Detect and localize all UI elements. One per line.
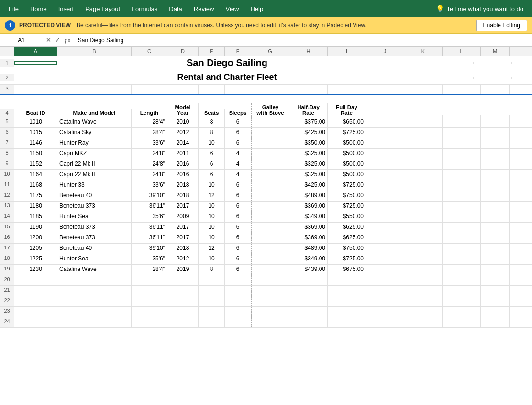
cancel-icon[interactable]: ✕ xyxy=(46,36,51,44)
cell-G14[interactable] xyxy=(251,212,289,222)
cell-G9[interactable] xyxy=(251,159,289,169)
cell-E4[interactable]: Seats xyxy=(199,109,225,117)
cell-E9[interactable]: 6 xyxy=(199,159,225,169)
confirm-icon[interactable]: ✓ xyxy=(55,36,60,44)
col-header-J[interactable]: J xyxy=(366,47,404,56)
cell-C5[interactable]: 28'4" xyxy=(132,117,167,127)
cell-B1-title[interactable]: San Diego Sailing xyxy=(57,56,397,69)
cell-B15[interactable]: Beneteau 373 xyxy=(57,223,132,233)
cell-F11[interactable]: 6 xyxy=(225,180,251,191)
cell-C8[interactable]: 24'8" xyxy=(132,149,167,159)
cell-C24[interactable] xyxy=(132,317,167,327)
cell-L17[interactable] xyxy=(443,244,481,254)
cell-M20[interactable] xyxy=(481,275,510,285)
cell-G24[interactable] xyxy=(251,317,289,327)
cell-D19[interactable]: 2019 xyxy=(167,265,199,275)
cell-A20[interactable] xyxy=(14,275,57,285)
cell-A11[interactable]: 1168 xyxy=(14,180,57,191)
cell-C14[interactable]: 35'6" xyxy=(132,212,167,222)
enable-editing-button[interactable]: Enable Editing xyxy=(476,20,527,31)
cell-C10[interactable]: 24'8" xyxy=(132,170,167,180)
cell-J19[interactable] xyxy=(366,265,404,275)
cell-G20[interactable] xyxy=(251,275,289,285)
cell-K5[interactable] xyxy=(404,117,443,127)
cell-I20[interactable] xyxy=(328,275,366,285)
cell-K21[interactable] xyxy=(404,286,443,296)
cell-J13[interactable] xyxy=(366,202,404,212)
cell-D17[interactable]: 2018 xyxy=(167,244,199,254)
cell-A7[interactable]: 1146 xyxy=(14,138,57,148)
cell-B6[interactable]: Catalina Sky xyxy=(57,128,132,138)
cell-C9[interactable]: 24'8" xyxy=(132,159,167,169)
cell-J1[interactable] xyxy=(397,62,435,64)
cell-K11[interactable] xyxy=(404,180,443,191)
cell-B5[interactable]: Catalina Wave xyxy=(57,117,132,127)
cell-M19[interactable] xyxy=(481,265,510,275)
cell-M14[interactable] xyxy=(481,212,510,222)
cell-E10[interactable]: 6 xyxy=(199,170,225,180)
cell-L24[interactable] xyxy=(443,317,481,327)
cell-D3[interactable] xyxy=(167,85,199,94)
cell-B20[interactable] xyxy=(57,275,132,285)
menu-page-layout[interactable]: Page Layout xyxy=(80,3,125,14)
cell-D15[interactable]: 2017 xyxy=(167,223,199,233)
cell-M11[interactable] xyxy=(481,180,510,191)
cell-F13[interactable]: 6 xyxy=(225,202,251,212)
cell-K23[interactable] xyxy=(404,307,443,317)
cell-F10[interactable]: 4 xyxy=(225,170,251,180)
cell-D24[interactable] xyxy=(167,317,199,327)
cell-D23[interactable] xyxy=(167,307,199,317)
col-header-I[interactable]: I xyxy=(328,47,366,56)
cell-M1[interactable] xyxy=(512,62,532,64)
cell-A1[interactable] xyxy=(14,61,57,65)
cell-B19[interactable]: Catalina Wave xyxy=(57,265,132,275)
cell-E3[interactable] xyxy=(199,85,225,94)
cell-C6[interactable]: 28'4" xyxy=(132,128,167,138)
cell-B4[interactable]: Make and Model xyxy=(57,109,132,117)
cell-L19[interactable] xyxy=(443,265,481,275)
cell-I4[interactable]: Full DayRate xyxy=(328,103,366,117)
col-header-M[interactable]: M xyxy=(481,47,510,56)
cell-M22[interactable] xyxy=(481,296,510,306)
cell-I13[interactable]: $725.00 xyxy=(328,202,366,212)
cell-B16[interactable]: Beneteau 373 xyxy=(57,233,132,243)
cell-L15[interactable] xyxy=(443,223,481,233)
cell-C4[interactable]: Length xyxy=(132,109,167,117)
cell-B7[interactable]: Hunter Ray xyxy=(57,138,132,148)
cell-C22[interactable] xyxy=(132,296,167,306)
cell-F5[interactable]: 6 xyxy=(225,117,251,127)
cell-A8[interactable]: 1150 xyxy=(14,149,57,159)
cell-C11[interactable]: 33'6" xyxy=(132,180,167,191)
cell-A21[interactable] xyxy=(14,286,57,296)
col-header-C[interactable]: C xyxy=(132,47,167,56)
cell-M2[interactable] xyxy=(512,77,532,79)
cell-M12[interactable] xyxy=(481,191,510,201)
menu-review[interactable]: Review xyxy=(189,3,219,14)
cell-D13[interactable]: 2017 xyxy=(167,202,199,212)
cell-D20[interactable] xyxy=(167,275,199,285)
cell-L12[interactable] xyxy=(443,191,481,201)
cell-E18[interactable]: 10 xyxy=(199,254,225,264)
cell-D6[interactable]: 2012 xyxy=(167,128,199,138)
cell-F19[interactable]: 6 xyxy=(225,265,251,275)
cell-G5[interactable] xyxy=(251,117,289,127)
cell-F20[interactable] xyxy=(225,275,251,285)
cell-L13[interactable] xyxy=(443,202,481,212)
cell-E21[interactable] xyxy=(199,286,225,296)
cell-A9[interactable]: 1152 xyxy=(14,159,57,169)
cell-J21[interactable] xyxy=(366,286,404,296)
cell-M4[interactable] xyxy=(481,115,510,117)
cell-G3[interactable] xyxy=(251,85,289,94)
cell-I14[interactable]: $550.00 xyxy=(328,212,366,222)
cell-J11[interactable] xyxy=(366,180,404,191)
cell-F4[interactable]: Sleeps xyxy=(225,109,251,117)
cell-J6[interactable] xyxy=(366,128,404,138)
cell-C13[interactable]: 36'11" xyxy=(132,202,167,212)
cell-G19[interactable] xyxy=(251,265,289,275)
cell-H9[interactable]: $325.00 xyxy=(289,159,328,169)
col-header-B[interactable]: B xyxy=(57,47,132,56)
cell-A2[interactable] xyxy=(14,77,57,79)
cell-J18[interactable] xyxy=(366,254,404,264)
cell-J14[interactable] xyxy=(366,212,404,222)
cell-G10[interactable] xyxy=(251,170,289,180)
